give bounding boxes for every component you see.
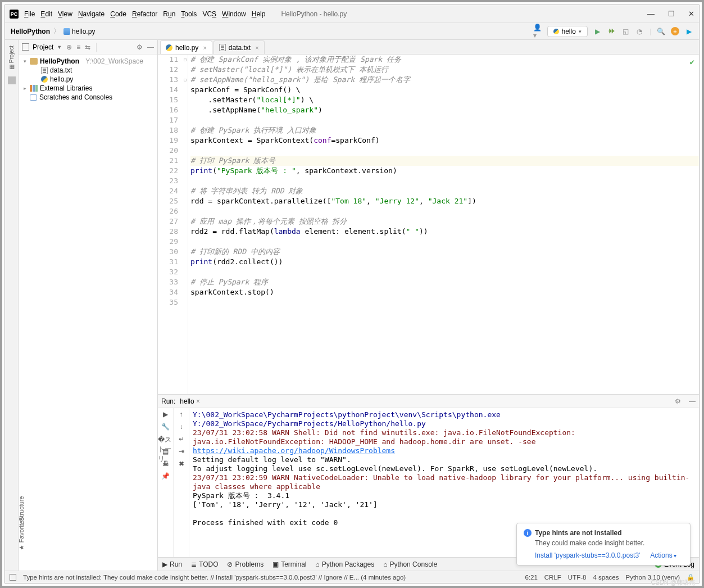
down-icon[interactable]: �ストーリ <box>158 435 173 444</box>
window-title: HelloPython - hello.py <box>281 10 347 18</box>
menu-refactor[interactable]: Refactor <box>132 10 157 18</box>
hint-actions-dropdown[interactable]: Actions <box>650 551 676 559</box>
maximize-icon[interactable]: ☐ <box>668 10 675 18</box>
editor-tabs: hello.py× data.txt× <box>158 40 699 55</box>
main-menu: File Edit View Navigate Code Refactor Ru… <box>24 10 265 18</box>
text-file-icon <box>219 44 226 51</box>
close-icon[interactable]: ✕ <box>688 10 694 18</box>
todo-toolwindow-tab[interactable]: ≣ TODO <box>191 560 218 568</box>
scroll-end-icon[interactable]: ⇥ <box>179 447 184 456</box>
python-packages-tab[interactable]: ⌂ Python Packages <box>316 560 375 568</box>
python-icon <box>553 29 559 34</box>
down-arrow-icon[interactable]: ↓ <box>180 423 183 432</box>
tab-hello-py[interactable]: hello.py× <box>160 40 212 54</box>
menu-navigate[interactable]: Navigate <box>78 10 105 18</box>
tree-file-data-txt[interactable]: data.txt <box>22 66 157 75</box>
favorites-toolwindow-tab[interactable]: ★ Favorites <box>18 517 25 550</box>
info-icon: i <box>524 529 532 537</box>
project-view-title[interactable]: Project <box>33 43 53 51</box>
status-bar: Type hints are not installed: They could… <box>5 571 699 583</box>
menu-vcs[interactable]: VCS <box>202 10 216 18</box>
hint-title: Type hints are not installed <box>535 529 621 537</box>
app-icon: PC <box>10 10 19 19</box>
inspection-ok-icon[interactable]: ✔ <box>690 57 694 67</box>
close-icon[interactable]: × <box>203 44 206 51</box>
hide-icon[interactable]: — <box>147 43 154 51</box>
text-file-icon <box>41 67 48 74</box>
chevron-right-icon: 〉 <box>53 26 60 36</box>
menu-help[interactable]: Help <box>252 10 266 18</box>
terminal-toolwindow-tab[interactable]: ▣ Terminal <box>272 560 306 568</box>
code-editor[interactable]: 1112131415161718192021222324252627282930… <box>158 55 699 394</box>
title-bar: PC File Edit View Navigate Code Refactor… <box>5 5 699 23</box>
run-tab[interactable]: hello × <box>180 397 200 405</box>
menu-edit[interactable]: Edit <box>40 10 52 18</box>
tree-file-hello-py[interactable]: hello.py <box>22 75 157 84</box>
soft-wrap-icon[interactable]: ↵ <box>179 435 184 444</box>
print-icon[interactable]: 🖶 <box>162 460 169 469</box>
collapse-all-icon[interactable]: ⇆ <box>85 43 90 51</box>
expand-all-icon[interactable]: ≡ <box>76 43 80 51</box>
tab-data-txt[interactable]: data.txt× <box>214 40 265 54</box>
search-icon[interactable]: 🔍 <box>657 27 665 35</box>
run-button[interactable]: ▶ <box>593 27 602 35</box>
install-stubs-link[interactable]: Install 'pyspark-stubs==3.0.0.post3' <box>535 551 640 559</box>
hint-body: They could make code insight better. <box>535 539 683 547</box>
up-arrow-icon[interactable]: ↑ <box>180 410 183 419</box>
close-icon[interactable]: × <box>255 44 258 51</box>
left-toolwindow-strip: ▦ Project <box>5 40 19 571</box>
project-toolwindow-tab[interactable]: ▦ Project <box>8 46 15 70</box>
ide-update-icon[interactable]: + <box>671 27 679 35</box>
clear-icon[interactable]: ✖ <box>179 460 184 469</box>
tool-icon[interactable]: 🔧 <box>161 423 170 432</box>
debug-button[interactable]: ⯮ <box>607 27 616 35</box>
menu-code[interactable]: Code <box>110 10 126 18</box>
project-tree[interactable]: ▾HelloPython Y:\002_WorkSpace data.txt h… <box>19 55 157 104</box>
nav-bar: HelloPython 〉 hello.py 👤▾ hello▾ ▶ ⯮ ◱ ◔… <box>5 23 699 40</box>
filter-icon[interactable]: ▤ <box>162 447 169 456</box>
breadcrumb-root[interactable]: HelloPython <box>11 28 50 35</box>
toolwindow-quick-icon[interactable] <box>10 574 16 581</box>
project-tool-window: Project ▼ ⊕ ≡ ⇆ ⚙ — ▾HelloPython Y:\002_… <box>19 40 158 571</box>
folder-icon <box>30 58 38 65</box>
menu-window[interactable]: Window <box>222 10 246 18</box>
gear-icon[interactable]: ⚙ <box>137 43 143 51</box>
run-toolbar-secondary: ↑ ↓ ↵ ⇥ ✖ <box>174 408 189 557</box>
pin-icon[interactable]: 📌 <box>161 472 170 481</box>
watermark: CSDN @韩曙亮 <box>651 578 695 587</box>
run-config-selector[interactable]: hello▾ <box>547 26 588 37</box>
locate-icon[interactable]: ⊕ <box>66 43 72 51</box>
library-icon <box>30 85 38 92</box>
status-message: Type hints are not installed: They could… <box>23 574 518 581</box>
breadcrumb-file[interactable]: hello.py <box>63 28 95 35</box>
line-separator[interactable]: CRLF <box>544 574 561 581</box>
hide-icon[interactable]: — <box>689 397 696 405</box>
run-toolwindow-tab[interactable]: ▶ Run <box>162 560 182 568</box>
problems-toolwindow-tab[interactable]: ⊘ Problems <box>227 560 264 568</box>
toolbox-icon[interactable]: ▶ <box>685 27 693 35</box>
bookmarks-icon[interactable] <box>8 76 16 84</box>
menu-file[interactable]: File <box>24 10 35 18</box>
indent-settings[interactable]: 4 spaces <box>593 574 619 581</box>
gear-icon[interactable]: ⚙ <box>675 397 681 405</box>
type-hints-popup: iType hints are not installed They could… <box>516 523 691 566</box>
coverage-button[interactable]: ◱ <box>621 27 630 35</box>
caret-position[interactable]: 6:21 <box>525 574 537 581</box>
project-view-icon <box>22 43 29 51</box>
python-file-icon <box>166 44 172 51</box>
scratches-icon <box>30 94 37 101</box>
chevron-down-icon[interactable]: ▼ <box>57 44 62 50</box>
python-file-icon <box>63 28 70 35</box>
python-file-icon <box>41 76 48 83</box>
run-tool-window: Run: hello × ⚙ — ▶ 🔧 �ストーリ ▤ 🖶 📌 ↑ ↓ ↵ <box>158 394 699 557</box>
minimize-icon[interactable]: — <box>647 10 655 18</box>
menu-run[interactable]: Run <box>163 10 175 18</box>
rerun-icon[interactable]: ▶ <box>163 410 168 419</box>
user-add-icon[interactable]: 👤▾ <box>533 27 542 35</box>
profile-button[interactable]: ◔ <box>635 27 644 35</box>
menu-tools[interactable]: Tools <box>181 10 197 18</box>
python-console-tab[interactable]: ⌂ Python Console <box>383 560 437 568</box>
run-label: Run: <box>161 397 175 405</box>
menu-view[interactable]: View <box>58 10 72 18</box>
file-encoding[interactable]: UTF-8 <box>568 574 587 581</box>
